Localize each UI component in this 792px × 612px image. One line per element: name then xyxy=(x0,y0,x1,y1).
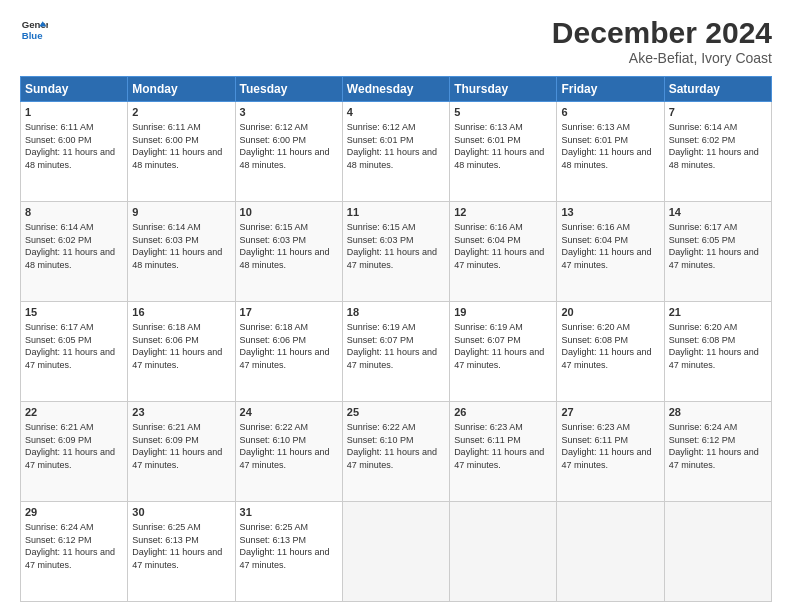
table-row: 21Sunrise: 6:20 AMSunset: 6:08 PMDayligh… xyxy=(664,302,771,402)
table-row: 15Sunrise: 6:17 AMSunset: 6:05 PMDayligh… xyxy=(21,302,128,402)
day-number: 31 xyxy=(240,505,338,520)
day-number: 17 xyxy=(240,305,338,320)
svg-text:Blue: Blue xyxy=(22,30,43,41)
table-row: 7Sunrise: 6:14 AMSunset: 6:02 PMDaylight… xyxy=(664,102,771,202)
day-number: 25 xyxy=(347,405,445,420)
day-number: 18 xyxy=(347,305,445,320)
table-row: 9Sunrise: 6:14 AMSunset: 6:03 PMDaylight… xyxy=(128,202,235,302)
table-row: 18Sunrise: 6:19 AMSunset: 6:07 PMDayligh… xyxy=(342,302,449,402)
day-info: Sunrise: 6:12 AMSunset: 6:01 PMDaylight:… xyxy=(347,122,437,170)
table-row: 13Sunrise: 6:16 AMSunset: 6:04 PMDayligh… xyxy=(557,202,664,302)
calendar-week-row: 29Sunrise: 6:24 AMSunset: 6:12 PMDayligh… xyxy=(21,502,772,602)
day-info: Sunrise: 6:21 AMSunset: 6:09 PMDaylight:… xyxy=(132,422,222,470)
day-number: 5 xyxy=(454,105,552,120)
day-number: 19 xyxy=(454,305,552,320)
day-number: 11 xyxy=(347,205,445,220)
calendar-week-row: 15Sunrise: 6:17 AMSunset: 6:05 PMDayligh… xyxy=(21,302,772,402)
col-wednesday: Wednesday xyxy=(342,77,449,102)
table-row: 22Sunrise: 6:21 AMSunset: 6:09 PMDayligh… xyxy=(21,402,128,502)
day-number: 1 xyxy=(25,105,123,120)
day-info: Sunrise: 6:17 AMSunset: 6:05 PMDaylight:… xyxy=(669,222,759,270)
day-number: 21 xyxy=(669,305,767,320)
day-info: Sunrise: 6:11 AMSunset: 6:00 PMDaylight:… xyxy=(132,122,222,170)
day-info: Sunrise: 6:24 AMSunset: 6:12 PMDaylight:… xyxy=(25,522,115,570)
table-row xyxy=(664,502,771,602)
table-row: 27Sunrise: 6:23 AMSunset: 6:11 PMDayligh… xyxy=(557,402,664,502)
day-info: Sunrise: 6:14 AMSunset: 6:02 PMDaylight:… xyxy=(25,222,115,270)
day-info: Sunrise: 6:22 AMSunset: 6:10 PMDaylight:… xyxy=(240,422,330,470)
logo: General Blue xyxy=(20,16,48,44)
day-info: Sunrise: 6:19 AMSunset: 6:07 PMDaylight:… xyxy=(454,322,544,370)
day-info: Sunrise: 6:25 AMSunset: 6:13 PMDaylight:… xyxy=(132,522,222,570)
table-row: 19Sunrise: 6:19 AMSunset: 6:07 PMDayligh… xyxy=(450,302,557,402)
day-number: 2 xyxy=(132,105,230,120)
table-row: 14Sunrise: 6:17 AMSunset: 6:05 PMDayligh… xyxy=(664,202,771,302)
day-number: 30 xyxy=(132,505,230,520)
table-row: 25Sunrise: 6:22 AMSunset: 6:10 PMDayligh… xyxy=(342,402,449,502)
col-sunday: Sunday xyxy=(21,77,128,102)
calendar-table: Sunday Monday Tuesday Wednesday Thursday… xyxy=(20,76,772,602)
day-number: 15 xyxy=(25,305,123,320)
day-info: Sunrise: 6:20 AMSunset: 6:08 PMDaylight:… xyxy=(561,322,651,370)
table-row: 10Sunrise: 6:15 AMSunset: 6:03 PMDayligh… xyxy=(235,202,342,302)
day-info: Sunrise: 6:14 AMSunset: 6:02 PMDaylight:… xyxy=(669,122,759,170)
day-number: 14 xyxy=(669,205,767,220)
table-row: 24Sunrise: 6:22 AMSunset: 6:10 PMDayligh… xyxy=(235,402,342,502)
page: General Blue December 2024 Ake-Befiat, I… xyxy=(0,0,792,612)
header: General Blue December 2024 Ake-Befiat, I… xyxy=(20,16,772,66)
table-row: 16Sunrise: 6:18 AMSunset: 6:06 PMDayligh… xyxy=(128,302,235,402)
day-info: Sunrise: 6:20 AMSunset: 6:08 PMDaylight:… xyxy=(669,322,759,370)
subtitle: Ake-Befiat, Ivory Coast xyxy=(552,50,772,66)
title-block: December 2024 Ake-Befiat, Ivory Coast xyxy=(552,16,772,66)
day-number: 13 xyxy=(561,205,659,220)
col-saturday: Saturday xyxy=(664,77,771,102)
day-info: Sunrise: 6:22 AMSunset: 6:10 PMDaylight:… xyxy=(347,422,437,470)
day-info: Sunrise: 6:25 AMSunset: 6:13 PMDaylight:… xyxy=(240,522,330,570)
table-row: 8Sunrise: 6:14 AMSunset: 6:02 PMDaylight… xyxy=(21,202,128,302)
day-info: Sunrise: 6:18 AMSunset: 6:06 PMDaylight:… xyxy=(240,322,330,370)
day-info: Sunrise: 6:14 AMSunset: 6:03 PMDaylight:… xyxy=(132,222,222,270)
table-row: 6Sunrise: 6:13 AMSunset: 6:01 PMDaylight… xyxy=(557,102,664,202)
day-info: Sunrise: 6:19 AMSunset: 6:07 PMDaylight:… xyxy=(347,322,437,370)
table-row: 12Sunrise: 6:16 AMSunset: 6:04 PMDayligh… xyxy=(450,202,557,302)
day-number: 24 xyxy=(240,405,338,420)
day-info: Sunrise: 6:16 AMSunset: 6:04 PMDaylight:… xyxy=(561,222,651,270)
day-number: 12 xyxy=(454,205,552,220)
day-number: 28 xyxy=(669,405,767,420)
calendar-week-row: 22Sunrise: 6:21 AMSunset: 6:09 PMDayligh… xyxy=(21,402,772,502)
table-row xyxy=(557,502,664,602)
col-tuesday: Tuesday xyxy=(235,77,342,102)
table-row: 5Sunrise: 6:13 AMSunset: 6:01 PMDaylight… xyxy=(450,102,557,202)
day-number: 20 xyxy=(561,305,659,320)
day-number: 29 xyxy=(25,505,123,520)
calendar-header-row: Sunday Monday Tuesday Wednesday Thursday… xyxy=(21,77,772,102)
col-monday: Monday xyxy=(128,77,235,102)
calendar-week-row: 8Sunrise: 6:14 AMSunset: 6:02 PMDaylight… xyxy=(21,202,772,302)
day-number: 4 xyxy=(347,105,445,120)
day-number: 3 xyxy=(240,105,338,120)
day-number: 6 xyxy=(561,105,659,120)
day-info: Sunrise: 6:13 AMSunset: 6:01 PMDaylight:… xyxy=(561,122,651,170)
day-number: 8 xyxy=(25,205,123,220)
table-row: 2Sunrise: 6:11 AMSunset: 6:00 PMDaylight… xyxy=(128,102,235,202)
table-row: 28Sunrise: 6:24 AMSunset: 6:12 PMDayligh… xyxy=(664,402,771,502)
day-number: 9 xyxy=(132,205,230,220)
day-info: Sunrise: 6:15 AMSunset: 6:03 PMDaylight:… xyxy=(347,222,437,270)
day-info: Sunrise: 6:24 AMSunset: 6:12 PMDaylight:… xyxy=(669,422,759,470)
col-friday: Friday xyxy=(557,77,664,102)
day-number: 10 xyxy=(240,205,338,220)
table-row xyxy=(342,502,449,602)
day-number: 26 xyxy=(454,405,552,420)
table-row: 23Sunrise: 6:21 AMSunset: 6:09 PMDayligh… xyxy=(128,402,235,502)
day-info: Sunrise: 6:12 AMSunset: 6:00 PMDaylight:… xyxy=(240,122,330,170)
table-row: 11Sunrise: 6:15 AMSunset: 6:03 PMDayligh… xyxy=(342,202,449,302)
day-number: 7 xyxy=(669,105,767,120)
day-info: Sunrise: 6:11 AMSunset: 6:00 PMDaylight:… xyxy=(25,122,115,170)
table-row xyxy=(450,502,557,602)
day-info: Sunrise: 6:23 AMSunset: 6:11 PMDaylight:… xyxy=(561,422,651,470)
day-info: Sunrise: 6:21 AMSunset: 6:09 PMDaylight:… xyxy=(25,422,115,470)
day-info: Sunrise: 6:15 AMSunset: 6:03 PMDaylight:… xyxy=(240,222,330,270)
col-thursday: Thursday xyxy=(450,77,557,102)
day-number: 16 xyxy=(132,305,230,320)
table-row: 26Sunrise: 6:23 AMSunset: 6:11 PMDayligh… xyxy=(450,402,557,502)
